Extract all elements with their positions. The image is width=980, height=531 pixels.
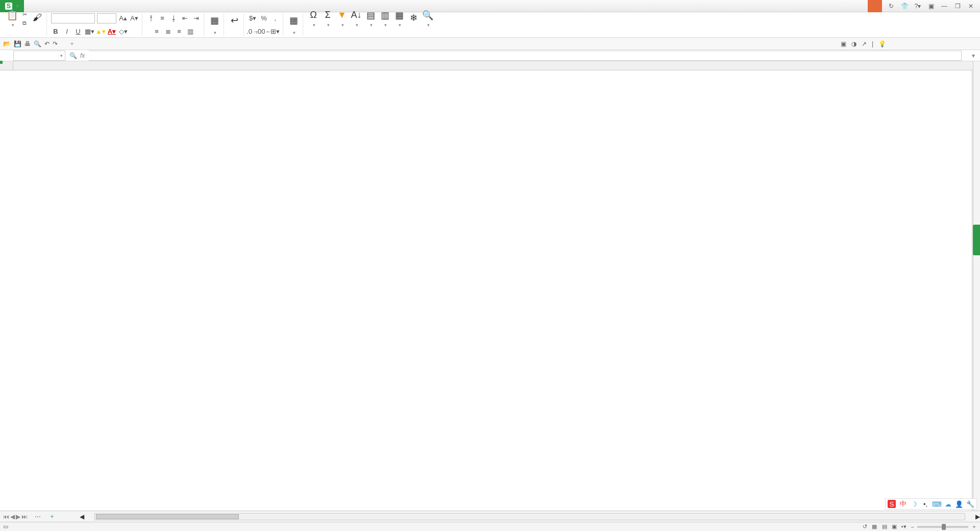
status-book-icon[interactable]: ▭: [3, 523, 8, 530]
qa-icon-2[interactable]: ◑: [851, 40, 856, 47]
align-right-icon[interactable]: ≡: [175, 27, 184, 36]
open-icon[interactable]: 📂: [3, 40, 11, 47]
filter-button[interactable]: ▾: [340, 22, 344, 28]
symbol-icon[interactable]: Ω: [307, 9, 320, 21]
paste-icon[interactable]: 📋: [6, 9, 18, 21]
increase-font-icon[interactable]: A▴: [118, 14, 128, 23]
command-search-input[interactable]: [891, 40, 973, 47]
page-view-icon[interactable]: ▤: [882, 523, 887, 529]
sheet-next-icon[interactable]: ▶: [16, 513, 20, 520]
close-icon[interactable]: ✕: [967, 3, 975, 10]
zoom-out-button[interactable]: −: [911, 524, 914, 530]
align-left-icon[interactable]: ≡: [152, 27, 161, 36]
sort-button[interactable]: ▾: [355, 22, 358, 28]
restore-icon[interactable]: ▣: [927, 3, 935, 10]
wrap-icon[interactable]: ↩: [228, 14, 240, 27]
indent-inc-icon[interactable]: ⇥: [191, 14, 201, 23]
align-center-icon[interactable]: ≣: [163, 27, 173, 36]
chevron-down-icon[interactable]: ▾: [16, 4, 19, 9]
merge-center-button[interactable]: ▾: [213, 30, 216, 35]
reading-view-icon[interactable]: ▣: [892, 523, 897, 529]
merge-center-icon[interactable]: ▦: [208, 14, 220, 27]
symbol-button[interactable]: ▾: [312, 22, 315, 28]
decrease-font-icon[interactable]: A▾: [130, 14, 139, 23]
find-button[interactable]: ▾: [426, 22, 430, 28]
ime-punct-icon[interactable]: •,: [921, 500, 929, 508]
table-style-button[interactable]: ▾: [292, 30, 296, 35]
normal-view-icon[interactable]: ▦: [872, 523, 877, 529]
ime-moon-icon[interactable]: ☽: [910, 500, 918, 508]
align-bottom-icon[interactable]: ⭳: [169, 14, 178, 23]
select-all-corner[interactable]: [0, 61, 13, 70]
cut-button[interactable]: ✂: [22, 11, 27, 18]
format-icon[interactable]: ▤: [364, 9, 377, 21]
comma-icon[interactable]: ,: [271, 14, 280, 23]
print-icon[interactable]: 🖶: [24, 40, 31, 47]
underline-button[interactable]: U: [74, 27, 83, 36]
more-view-icon[interactable]: ▪▾: [901, 523, 906, 529]
qa-icon-1[interactable]: ▣: [841, 40, 846, 47]
font-color-button[interactable]: A▾: [107, 27, 116, 36]
hscroll-right-icon[interactable]: ▶: [975, 513, 980, 520]
zoom-slider[interactable]: [917, 526, 968, 528]
qa-icon-3[interactable]: ↗: [862, 40, 867, 47]
indent-dec-icon[interactable]: ⇤: [180, 14, 189, 23]
chevron-down-icon[interactable]: ▾: [60, 53, 63, 58]
border-button[interactable]: ▦▾: [85, 27, 94, 36]
format-painter-icon[interactable]: 🖌: [31, 12, 43, 24]
undo-icon[interactable]: ↶: [44, 40, 50, 47]
sheet-add-button[interactable]: ＋: [45, 512, 59, 521]
ime-s-icon[interactable]: S: [888, 500, 896, 508]
grid-rows[interactable]: [0, 70, 980, 511]
bold-button[interactable]: B: [51, 27, 60, 36]
sheet-button[interactable]: ▾: [398, 22, 401, 28]
align-top-icon[interactable]: ⭱: [146, 14, 156, 23]
font-size-input[interactable]: [97, 13, 116, 23]
maximize-icon[interactable]: ❐: [953, 3, 962, 10]
ime-keyboard-icon[interactable]: ⌨: [933, 500, 941, 508]
ime-tool-icon[interactable]: 🔧: [966, 500, 974, 508]
zoom-knob[interactable]: [942, 524, 946, 530]
horizontal-scrollbar[interactable]: [94, 513, 965, 520]
filter-icon[interactable]: ▼: [336, 9, 348, 21]
clear-format-button[interactable]: ◇▾: [118, 27, 128, 36]
zoom-in-button[interactable]: ＋: [971, 523, 977, 530]
formula-input[interactable]: [89, 51, 962, 61]
sum-button[interactable]: ▾: [326, 22, 330, 28]
hscroll-thumb[interactable]: [96, 514, 239, 519]
table-style-icon[interactable]: ▦: [287, 14, 300, 27]
font-name-input[interactable]: [51, 13, 95, 23]
paste-button[interactable]: ▾: [11, 22, 14, 28]
align-middle-icon[interactable]: ≡: [158, 14, 167, 23]
sort-icon[interactable]: A↓: [350, 9, 362, 21]
copy-button[interactable]: ⧉: [22, 20, 27, 27]
name-box[interactable]: ▾: [13, 51, 65, 61]
redo-icon[interactable]: ↷: [53, 40, 58, 47]
ime-user-icon[interactable]: 👤: [955, 500, 963, 508]
fx-search-icon[interactable]: 🔍: [69, 52, 77, 59]
shirt-icon[interactable]: 👕: [900, 3, 909, 10]
side-panel-handle[interactable]: [973, 225, 980, 255]
ime-cloud-icon[interactable]: ☁: [944, 500, 952, 508]
formula-expand-icon[interactable]: ▾: [972, 52, 980, 59]
minimize-icon[interactable]: —: [940, 3, 948, 10]
number-format-icon[interactable]: ⊞▾: [271, 27, 280, 36]
dec-dec-icon[interactable]: .00←: [259, 27, 268, 36]
save-icon[interactable]: 💾: [14, 40, 21, 47]
sync-icon[interactable]: ↻: [887, 3, 895, 10]
rowcol-icon[interactable]: ▥: [379, 9, 391, 21]
currency-icon[interactable]: $▾: [248, 14, 257, 23]
sheet-first-icon[interactable]: ⏮: [3, 513, 9, 520]
italic-button[interactable]: I: [62, 27, 71, 36]
format-button[interactable]: ▾: [369, 22, 373, 28]
preview-icon[interactable]: 🔍: [34, 40, 41, 47]
hscroll-left-icon[interactable]: ◀: [80, 513, 84, 520]
percent-icon[interactable]: %: [259, 14, 268, 23]
merge-split-icon[interactable]: ▥: [186, 27, 195, 36]
fill-color-button[interactable]: ▲▾: [96, 27, 105, 36]
ime-zh-icon[interactable]: 中: [899, 500, 907, 508]
login-button[interactable]: [868, 0, 882, 12]
help-icon[interactable]: ?▾: [914, 3, 922, 10]
sheet-more-button[interactable]: ⋯: [31, 513, 45, 520]
freeze-icon[interactable]: ❄: [407, 12, 420, 24]
